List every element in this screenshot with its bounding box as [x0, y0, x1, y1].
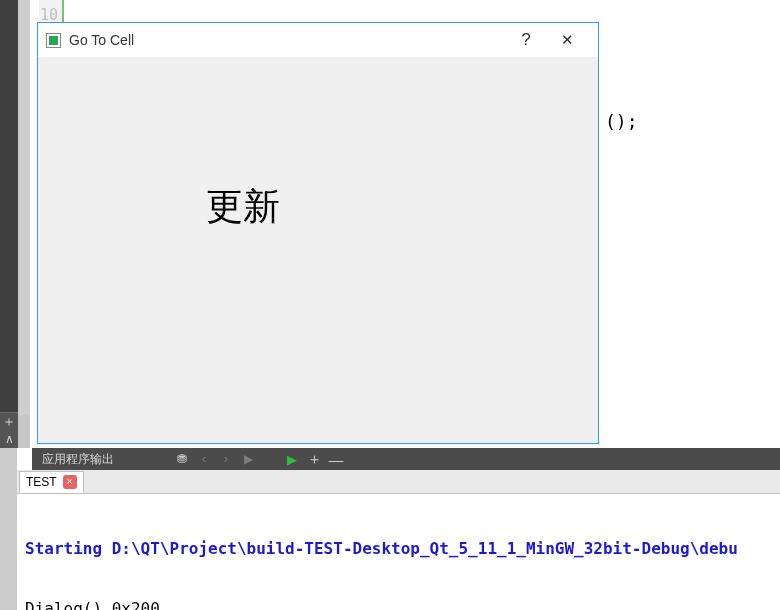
go-to-cell-dialog: Go To Cell ? ✕ 更新 [37, 22, 599, 444]
tab-close-button[interactable]: × [63, 475, 77, 489]
rail-add-button[interactable]: ＋ [0, 412, 18, 429]
dialog-title: Go To Cell [69, 32, 134, 48]
close-icon: × [67, 477, 73, 487]
output-tab-row: TEST × [17, 470, 780, 494]
remove-button[interactable]: — [326, 449, 346, 469]
close-icon: ✕ [561, 31, 574, 49]
editor-minimap-rail [18, 0, 30, 448]
close-button[interactable]: ✕ [544, 23, 590, 57]
dialog-titlebar[interactable]: Go To Cell ? ✕ [38, 23, 598, 57]
dialog-body: 更新 [38, 57, 598, 443]
chevron-right-icon: › [224, 452, 228, 466]
run-button[interactable]: ▶ [238, 449, 258, 469]
run-marker-button[interactable]: ▶ [282, 449, 302, 469]
rail-collapse-button[interactable]: ∧ [0, 429, 18, 448]
output-panel-header: 应用程序输出 ⛃ ‹ › ▶ ▶ ＋ — [32, 448, 780, 470]
prev-button[interactable]: ‹ [194, 449, 214, 469]
code-fragment: (); [605, 111, 638, 132]
plus-icon: ＋ [2, 414, 16, 428]
app-icon [46, 33, 61, 48]
tab-label: TEST [26, 475, 57, 489]
editor-left-rail [0, 0, 18, 448]
filter-button[interactable]: ⛃ [172, 449, 192, 469]
console-line: Dialog() 0x200 [25, 598, 772, 610]
line-number: 10 [39, 0, 62, 24]
play-flag-icon: ▶ [287, 452, 297, 467]
output-panel-title: 应用程序输出 [32, 451, 124, 468]
output-toolbar: ⛃ ‹ › ▶ ▶ ＋ — [172, 449, 346, 469]
help-icon: ? [521, 30, 530, 50]
output-tab-test[interactable]: TEST × [19, 471, 84, 493]
add-button[interactable]: ＋ [304, 449, 324, 469]
output-console[interactable]: Starting D:\QT\Project\build-TEST-Deskto… [17, 494, 780, 610]
play-icon: ▶ [244, 452, 253, 466]
chevron-left-icon: ‹ [202, 452, 206, 466]
stop-button[interactable] [260, 449, 280, 469]
console-line: Starting D:\QT\Project\build-TEST-Deskto… [25, 538, 772, 560]
output-scroll-margin[interactable] [0, 448, 17, 610]
filter-icon: ⛃ [177, 452, 187, 466]
update-label: 更新 [206, 182, 280, 232]
chevron-up-icon: ∧ [5, 432, 14, 446]
help-button[interactable]: ? [508, 23, 544, 57]
next-button[interactable]: › [216, 449, 236, 469]
plus-icon: ＋ [307, 450, 322, 469]
minus-icon: — [329, 451, 344, 468]
minimap-fragment [18, 415, 30, 448]
